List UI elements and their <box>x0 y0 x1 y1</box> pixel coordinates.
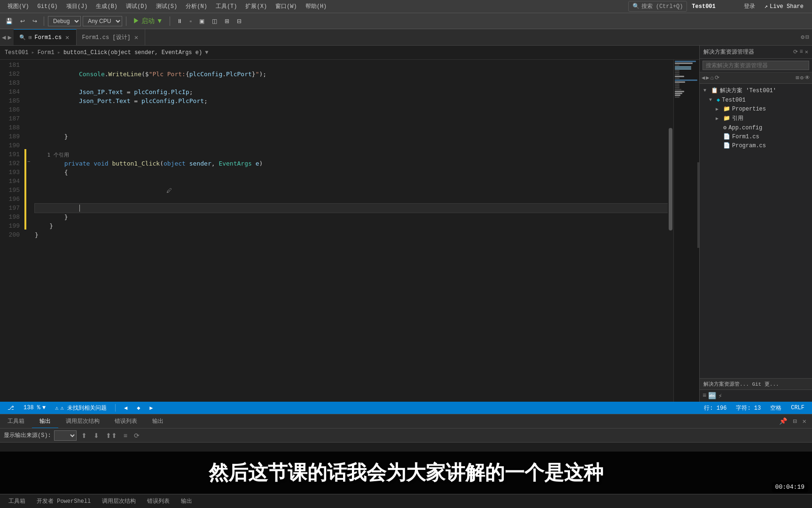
tab-form1-designer[interactable]: Form1.cs [设计] ✕ <box>77 29 146 45</box>
sol-toolbar-preview[interactable]: 👁 <box>804 74 810 81</box>
minimap-line-6 <box>675 70 679 71</box>
status-zoom[interactable]: 138 % ▼ <box>21 402 48 414</box>
menu-tools[interactable]: 工具(T) <box>212 1 241 11</box>
output-btn-4[interactable]: ≡ <box>122 431 129 440</box>
sol-toolbar-home[interactable]: ⌂ <box>710 75 713 81</box>
tab-nav-back[interactable]: ◀ <box>2 33 6 41</box>
code-editor[interactable]: 181 182 183 184 185 186 187 188 189 190 … <box>0 60 668 402</box>
output-btn-5[interactable]: ⟳ <box>132 431 141 440</box>
minimap-line-12 <box>675 81 685 83</box>
panel-pin-icon[interactable]: 📌 <box>777 416 789 426</box>
bottom-tab-callhierarchy[interactable]: 调用层次结构 <box>96 495 141 507</box>
output-source-select[interactable] <box>54 430 77 441</box>
toolbar-btn-4[interactable]: ⊞ <box>222 16 232 26</box>
status-issues[interactable]: ⚠ ⚠ 未找到相关问题 <box>52 402 109 414</box>
tab-action-settings[interactable]: ⚙ <box>801 33 804 41</box>
tree-properties[interactable]: ▶ 📁 Properties <box>700 104 812 113</box>
menu-test[interactable]: 测试(S) <box>152 1 181 11</box>
nav-icon-1: ◀ <box>124 405 127 412</box>
props-icon-3[interactable]: ⚡ <box>718 392 722 400</box>
menu-window[interactable]: 窗口(W) <box>272 1 301 11</box>
toolbar-btn-1[interactable]: ▫ <box>187 16 195 26</box>
status-spaces[interactable]: 空格 <box>767 402 784 414</box>
code-line-193 <box>35 177 668 186</box>
menu-view[interactable]: 视图(V) <box>4 1 33 11</box>
tree-form1cs[interactable]: ▶ 📄 Form1.cs <box>700 132 812 141</box>
status-nav-1[interactable]: ◀ <box>121 402 130 414</box>
tab-action-split[interactable]: ⊟ <box>805 33 809 41</box>
sol-exp-sync-icon[interactable]: ⟳ <box>793 48 798 56</box>
sol-toolbar-back[interactable]: ◀ <box>702 74 705 81</box>
collapse-button[interactable]: − <box>27 159 31 165</box>
code-content[interactable]: Console.WriteLine($"Plc Port:{plcConfig.… <box>33 60 668 402</box>
live-share-button[interactable]: ↗ Live Share <box>760 2 808 11</box>
tab-form1-cs-close[interactable]: ✕ <box>64 33 70 41</box>
redo-button[interactable]: ↪ <box>30 16 40 26</box>
code-line-196 <box>35 204 668 213</box>
bottom-tab-devshell[interactable]: 开发者 PowerShell <box>31 495 96 507</box>
code-line-198: } <box>35 222 668 230</box>
menu-git[interactable]: Git(G) <box>34 2 62 11</box>
status-git[interactable]: ⎇ <box>5 402 17 414</box>
sol-toolbar-filter[interactable]: ⊞ <box>796 74 799 81</box>
breadcrumb: Test001 ▸ Form1 ▸ button1_Click(object s… <box>0 46 699 60</box>
platform-dropdown[interactable]: Any CPU <box>83 16 122 26</box>
toolbar-btn-2[interactable]: ▣ <box>196 16 207 26</box>
bottom-tab-errorlist[interactable]: 错误列表 <box>141 495 175 507</box>
breadcrumb-dropdown-icon[interactable]: ▼ <box>205 49 208 56</box>
menu-project[interactable]: 项目(J) <box>62 1 92 11</box>
sol-exp-close-icon[interactable]: ✕ <box>805 48 808 56</box>
panel-float-icon[interactable]: ⊟ <box>791 416 798 426</box>
status-col[interactable]: 字符: 13 <box>733 402 764 414</box>
panel-tab-output2[interactable]: 输出 <box>145 414 171 428</box>
status-row[interactable]: 行: 196 <box>701 402 729 414</box>
sol-toolbar-settings[interactable]: ⚙ <box>800 74 804 81</box>
save-button[interactable]: 💾 <box>3 16 16 26</box>
tree-appconfig[interactable]: ▶ ⚙ App.config <box>700 123 812 132</box>
panel-tab-callhierarchy[interactable]: 调用层次结构 <box>58 414 107 428</box>
tree-programcs[interactable]: ▶ 📄 Program.cs <box>700 141 812 150</box>
menu-debug[interactable]: 调试(D) <box>122 1 151 11</box>
tree-solution-root[interactable]: ▼ 📋 解决方案 'Test001' <box>700 86 812 95</box>
tree-references[interactable]: ▶ 📁 引用 <box>700 113 812 123</box>
status-nav-2[interactable]: ◆ <box>134 402 143 414</box>
sol-toolbar-refresh[interactable]: ⟳ <box>715 74 719 81</box>
panel-tab-errorlist[interactable]: 错误列表 <box>107 414 145 428</box>
panel-tab-output[interactable]: 输出 <box>32 414 58 428</box>
editor-scrollbar[interactable] <box>668 60 673 402</box>
menu-search-box[interactable]: 🔍 搜索 (Ctrl+Q) <box>628 1 687 12</box>
menu-help[interactable]: 帮助(H) <box>302 1 331 11</box>
debug-config-dropdown[interactable]: Debug <box>48 16 81 26</box>
undo-button[interactable]: ↩ <box>17 16 28 26</box>
sol-toolbar-forward[interactable]: ▶ <box>706 74 709 81</box>
minimap-line-15 <box>675 87 679 88</box>
attach-button[interactable]: ⏸ <box>174 16 185 26</box>
tab-form1-designer-close[interactable]: ✕ <box>133 33 139 41</box>
sol-exp-expand-icon[interactable]: ≡ <box>800 48 803 56</box>
tree-test001[interactable]: ▼ ◆ Test001 <box>700 95 812 104</box>
menu-extensions[interactable]: 扩展(X) <box>242 1 271 11</box>
panel-close-icon[interactable]: ✕ <box>801 416 808 426</box>
menu-analyze[interactable]: 分析(N) <box>182 1 211 11</box>
breadcrumb-method[interactable]: button1_Click(object sender, EventArgs e… <box>63 49 202 56</box>
status-nav-3[interactable]: ▶ <box>147 402 156 414</box>
run-button[interactable]: ▶ 启动 ▼ <box>130 16 166 26</box>
user-login[interactable]: 登录 <box>740 1 759 11</box>
output-btn-3[interactable]: ⬆⬆ <box>104 431 119 440</box>
menu-build[interactable]: 生成(B) <box>92 1 121 11</box>
output-btn-2[interactable]: ⬇ <box>92 431 101 440</box>
tab-form1-cs[interactable]: 🔍 ⊞ Form1.cs ✕ <box>14 29 77 45</box>
props-icon-2[interactable]: 🔤 <box>708 392 716 400</box>
status-encoding[interactable]: CRLF <box>788 402 807 414</box>
panel-tab-toolbox[interactable]: 工具箱 <box>0 414 32 428</box>
output-btn-1[interactable]: ⬆ <box>79 431 89 440</box>
bottom-tab-toolbox[interactable]: 工具箱 <box>3 495 31 507</box>
breadcrumb-test001[interactable]: Test001 <box>5 49 28 56</box>
bottom-tab-output[interactable]: 输出 <box>175 495 198 507</box>
breadcrumb-test001-form[interactable]: Form1 <box>38 49 55 56</box>
solution-search-input[interactable] <box>703 61 809 70</box>
tab-nav-forward[interactable]: ▶ <box>8 33 11 41</box>
props-icon-1[interactable]: ≡ <box>703 392 706 399</box>
toolbar-btn-3[interactable]: ◫ <box>209 16 220 26</box>
toolbar-btn-5[interactable]: ⊟ <box>234 16 244 26</box>
